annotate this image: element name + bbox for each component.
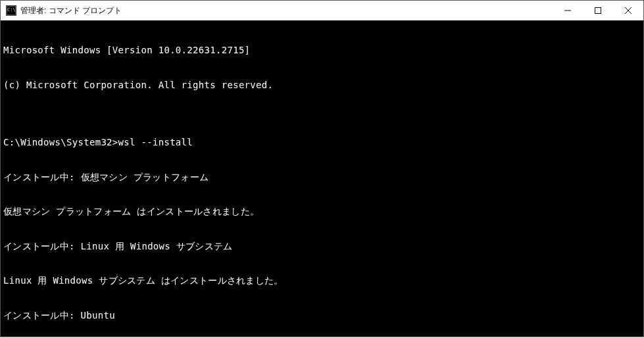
app-icon: C:\ [6, 5, 16, 16]
svg-rect-3 [595, 8, 601, 14]
terminal-output[interactable]: Microsoft Windows [Version 10.0.22631.27… [1, 20, 643, 336]
terminal-line: インストール中: Ubuntu [3, 310, 641, 322]
svg-text:C:\: C:\ [7, 7, 16, 13]
terminal-line: インストール中: Linux 用 Windows サブシステム [3, 241, 641, 253]
titlebar[interactable]: C:\ 管理者: コマンド プロンプト [1, 1, 643, 20]
window-title: 管理者: コマンド プロンプト [20, 5, 122, 16]
terminal-line: (c) Microsoft Corporation. All rights re… [3, 80, 641, 91]
terminal-line: インストール中: 仮想マシン プラットフォーム [3, 172, 641, 184]
terminal-line: Linux 用 Windows サブシステム はインストールされました。 [3, 275, 641, 287]
terminal-line: C:\Windows\System32>wsl --install [3, 137, 641, 149]
terminal-line: 仮想マシン プラットフォーム はインストールされました。 [3, 206, 641, 218]
terminal-line: Microsoft Windows [Version 10.0.22631.27… [3, 45, 641, 57]
close-button[interactable] [613, 1, 643, 20]
minimize-button[interactable] [553, 1, 583, 20]
maximize-button[interactable] [583, 1, 613, 20]
command-prompt-window: C:\ 管理者: コマンド プロンプト Microsoft Windows [V… [0, 0, 644, 337]
